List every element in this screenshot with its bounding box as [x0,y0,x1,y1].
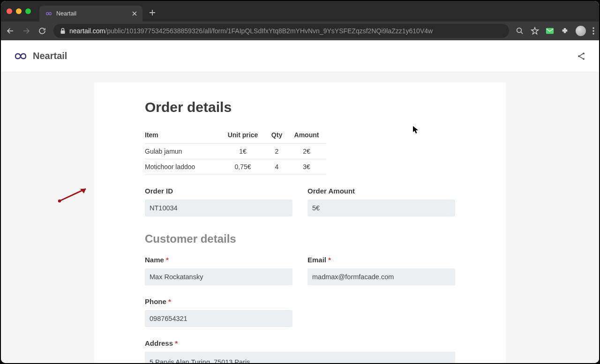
table-row: Gulab jamun 1€ 2 2€ [145,144,326,159]
back-button[interactable] [6,26,15,36]
close-tab-button[interactable] [132,11,137,16]
col-amount: Amount [292,127,326,144]
brand-name: Neartail [33,51,67,61]
lock-icon [60,28,66,34]
browser-window: Neartail neartail.com/public/10139775342… [1,1,599,363]
close-window-button[interactable] [7,8,12,14]
content-area: Order details Item Unit price Qty Amount… [1,72,599,363]
col-unit: Unit price [225,127,267,144]
phone-input[interactable] [145,310,292,327]
browser-tab[interactable]: Neartail [39,6,142,22]
cell-item: Gulab jamun [145,144,225,159]
customer-heading: Customer details [145,232,455,245]
new-tab-button[interactable] [142,9,162,16]
cell-qty: 4 [267,159,292,175]
order-id-input[interactable] [145,200,292,216]
cell-unit: 0,75€ [225,159,267,175]
svg-point-7 [583,52,585,54]
table-row: Motichoor laddoo 0,75€ 4 3€ [145,159,326,175]
order-amount-field: Order Amount [308,187,455,216]
order-id-label: Order ID [145,187,292,195]
star-icon[interactable] [531,27,539,35]
share-button[interactable] [577,52,586,61]
extensions-icon[interactable] [561,27,569,35]
order-id-field: Order ID [145,187,292,216]
maximize-window-button[interactable] [25,8,31,14]
address-field: Address * [145,339,455,363]
svg-point-4 [592,30,594,31]
url-bar[interactable]: neartail.com/public/10139775342563885932… [53,24,509,38]
brand-logo-icon [14,52,27,60]
cell-qty: 2 [267,144,292,159]
svg-point-3 [592,27,594,29]
order-heading: Order details [145,99,455,115]
svg-line-9 [60,189,86,201]
annotation-arrow [57,185,94,204]
toolbar-right [516,26,594,36]
svg-point-5 [592,33,594,34]
cell-item: Motichoor laddoo [145,159,225,175]
svg-point-8 [583,58,585,59]
form-card: Order details Item Unit price Qty Amount… [94,82,506,363]
browser-toolbar: neartail.com/public/10139775342563885932… [1,22,599,40]
email-input[interactable] [308,268,455,285]
tab-bar: Neartail [1,1,599,22]
address-input[interactable] [145,352,455,363]
name-field: Name * [145,256,292,285]
items-table: Item Unit price Qty Amount Gulab jamun 1… [145,127,326,175]
svg-rect-0 [61,30,65,34]
cell-unit: 1€ [225,144,267,159]
svg-point-1 [517,28,522,33]
phone-label: Phone * [145,297,292,305]
svg-marker-10 [80,189,86,193]
profile-avatar[interactable] [576,26,586,36]
search-icon[interactable] [516,27,524,35]
cell-amount: 2€ [292,144,326,159]
svg-point-6 [578,55,580,57]
svg-point-11 [58,200,61,202]
tab-title: Neartail [56,10,128,17]
favicon-icon [45,10,52,17]
name-label: Name * [145,256,292,264]
col-qty: Qty [267,127,292,144]
url-path: /public/101397753425638859326/all/form/1… [105,27,433,35]
minimize-window-button[interactable] [16,8,22,14]
col-item: Item [145,127,225,144]
forward-button[interactable] [22,26,31,36]
order-amount-input[interactable] [308,200,455,216]
mail-extension-icon[interactable] [546,27,554,35]
window-controls [7,8,31,14]
app-header: Neartail [1,40,599,72]
name-input[interactable] [145,268,292,285]
address-label: Address * [145,339,455,347]
email-label: Email * [308,256,455,264]
cell-amount: 3€ [292,159,326,175]
phone-field: Phone * [145,297,292,327]
menu-icon[interactable] [592,27,594,35]
email-field: Email * [308,256,455,285]
reload-button[interactable] [38,26,47,36]
order-amount-label: Order Amount [308,187,455,195]
brand[interactable]: Neartail [14,51,67,61]
url-host: neartail.com [69,27,105,35]
